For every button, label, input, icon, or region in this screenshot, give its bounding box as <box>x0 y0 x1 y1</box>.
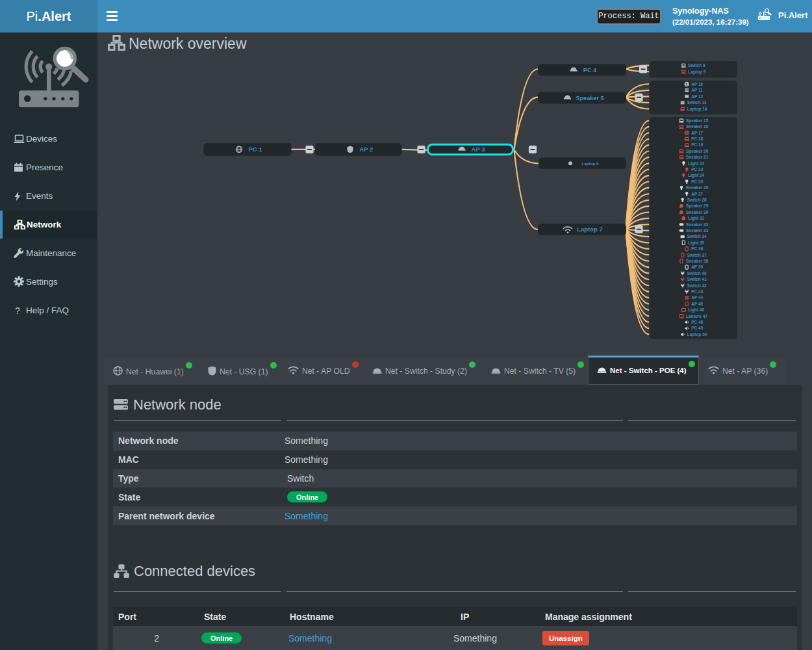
svg-text:Switch 28: Switch 28 <box>687 198 707 202</box>
svg-text:PC 48: PC 48 <box>691 320 703 324</box>
svg-text:AP 11: AP 11 <box>691 88 703 92</box>
svg-text:Switch 42: Switch 42 <box>687 283 707 288</box>
svg-text:PC 19: PC 19 <box>691 142 703 147</box>
svg-text:Sneaker 26: Sneaker 26 <box>686 185 709 190</box>
svg-text:?: ? <box>15 306 20 316</box>
svg-text:Light 22: Light 22 <box>688 161 704 166</box>
svg-text:Light 31: Light 31 <box>688 216 704 221</box>
svg-text:AP 39: AP 39 <box>691 265 703 269</box>
svg-text:Sneaker 33: Sneaker 33 <box>686 228 709 233</box>
svg-text:Sneaker 21: Sneaker 21 <box>686 155 709 159</box>
svg-text:AP 10: AP 10 <box>691 82 703 86</box>
svg-text:PC 18: PC 18 <box>691 136 703 141</box>
svg-text:PC 23: PC 23 <box>691 167 703 172</box>
svg-text:AP 44: AP 44 <box>691 295 703 300</box>
svg-text:PC 1: PC 1 <box>248 146 262 153</box>
svg-text:Laptop 6: Laptop 6 <box>582 161 599 166</box>
svg-text:Speaker 20: Speaker 20 <box>686 149 709 154</box>
svg-text:Switch 13: Switch 13 <box>687 100 707 105</box>
svg-text:AP 12: AP 12 <box>691 94 703 99</box>
svg-text:Sneaker 32: Sneaker 32 <box>686 222 709 227</box>
svg-text:AP 45: AP 45 <box>691 302 703 306</box>
svg-text:Speaker 15: Speaker 15 <box>686 118 709 124</box>
svg-text:Switch 37: Switch 37 <box>687 253 707 257</box>
svg-text:PC 25: PC 25 <box>691 179 703 184</box>
svg-text:AP 2: AP 2 <box>359 146 373 153</box>
svg-text:Laptop 50: Laptop 50 <box>687 332 707 337</box>
svg-text:PC 4: PC 4 <box>583 67 597 73</box>
svg-text:AP 3: AP 3 <box>472 146 485 153</box>
svg-text:Switch 8: Switch 8 <box>688 63 705 68</box>
svg-text:Laptop 7: Laptop 7 <box>577 226 603 233</box>
svg-text:AP 27: AP 27 <box>691 192 703 196</box>
svg-text:PC 43: PC 43 <box>691 289 703 294</box>
svg-text:Lantern 47: Lantern 47 <box>686 314 707 318</box>
svg-text:Laptop 9: Laptop 9 <box>688 70 705 75</box>
svg-text:Switch 40: Switch 40 <box>687 271 707 276</box>
svg-text:Laptop 14: Laptop 14 <box>687 107 707 112</box>
svg-text:Speaker 29: Speaker 29 <box>686 203 709 209</box>
svg-text:AP 17: AP 17 <box>691 131 703 135</box>
svg-text:Sneaker 30: Sneaker 30 <box>686 210 709 214</box>
svg-text:Light 46: Light 46 <box>688 307 704 313</box>
svg-text:PC 36: PC 36 <box>691 246 703 251</box>
svg-text:Light 35: Light 35 <box>688 240 704 246</box>
svg-text:Sneaker 38: Sneaker 38 <box>686 259 709 263</box>
svg-text:Switch 41: Switch 41 <box>687 277 707 281</box>
svg-text:Speaker 5: Speaker 5 <box>576 95 603 101</box>
svg-text:PC 49: PC 49 <box>691 326 703 330</box>
svg-text:Switch 34: Switch 34 <box>687 234 707 239</box>
svg-text:Light 24: Light 24 <box>688 173 704 178</box>
svg-text:Sneaker 16: Sneaker 16 <box>686 124 709 129</box>
